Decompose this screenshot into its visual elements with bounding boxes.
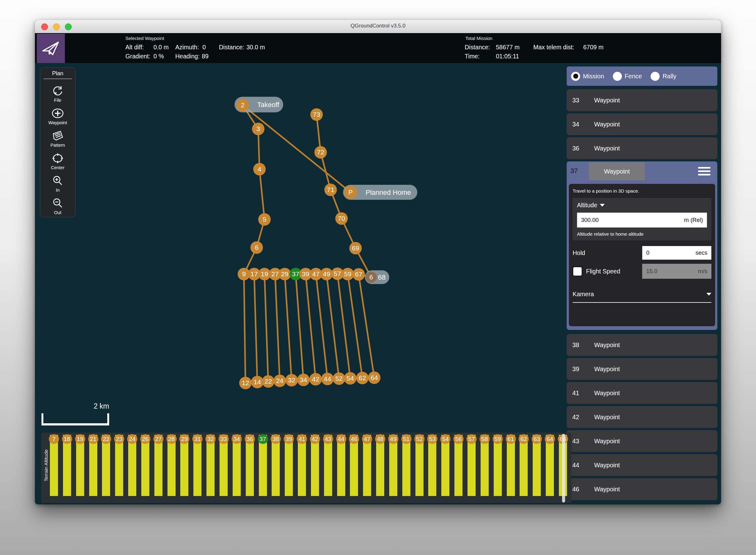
terrain-bar-label: 63 — [532, 434, 542, 444]
rally-radio-label: Rally — [662, 73, 676, 80]
mission-distance-value: 58677 m — [496, 44, 520, 51]
terrain-bar-19: 19 — [76, 435, 84, 496]
camera-section-dropdown[interactable]: Kamera — [573, 291, 711, 303]
fence-radio[interactable] — [613, 72, 622, 81]
waypoint-type-label: Waypoint — [594, 390, 620, 397]
terrain-bar-label: 27 — [153, 434, 163, 444]
titlebar: QGroundControl v3.5.0 — [35, 20, 721, 33]
plan-tool-waypoint[interactable]: Waypoint — [48, 107, 67, 125]
terrain-bar-53: 53 — [428, 435, 436, 496]
qgc-logo-button[interactable] — [37, 34, 65, 63]
map-canvas[interactable]: 2345673727170699171927293739474957596712… — [35, 63, 721, 504]
map-waypoint-label: 59 — [344, 270, 351, 278]
rally-radio[interactable] — [651, 72, 660, 81]
plan-tool-label: Out — [54, 210, 61, 215]
map-waypoint-label: 3 — [256, 125, 260, 132]
terrain-bar-21: 21 — [89, 435, 97, 496]
mission-radio[interactable] — [571, 72, 580, 81]
max-telem-value: 6709 m — [583, 44, 604, 51]
hold-input[interactable]: 0 secs — [642, 246, 711, 260]
waypoint-type-label: Waypoint — [594, 414, 620, 421]
plan-tool-file[interactable]: File — [48, 85, 67, 103]
waypoint-number: 38 — [567, 341, 594, 349]
map-waypoint-label: 32 — [288, 377, 295, 384]
terrain-bar-label: 41 — [297, 434, 307, 444]
altitude-frame-dropdown[interactable]: Altitude — [577, 202, 707, 209]
tab-rally[interactable]: Rally — [651, 72, 676, 81]
plan-tool-center[interactable]: Center — [48, 152, 67, 170]
terrain-bar-48: 48 — [376, 435, 384, 496]
gradient-value: 0 % — [153, 53, 164, 60]
tab-fence[interactable]: Fence — [613, 72, 642, 81]
mission-list-item-39[interactable]: 39Waypoint — [567, 358, 717, 380]
map-waypoint-label: 70 — [338, 215, 345, 222]
waypoint-editor-header[interactable]: 37 Waypoint — [567, 161, 717, 181]
terrain-bar-49: 49 — [389, 435, 397, 496]
tab-mission[interactable]: Mission — [571, 72, 604, 81]
plan-tool-label: File — [54, 98, 61, 103]
terrain-bar-label: 43 — [323, 434, 333, 444]
terrain-bar-label: 7 — [49, 434, 59, 444]
pattern-icon — [51, 130, 64, 142]
mission-list-item-34[interactable]: 34Waypoint — [567, 113, 717, 135]
map-waypoint-label: 34 — [300, 376, 307, 383]
terrain-bar-51: 51 — [402, 435, 411, 496]
map-waypoint-label: 54 — [346, 375, 354, 382]
mission-list-item-38[interactable]: 38Waypoint — [567, 334, 717, 356]
waypoint-number: 33 — [567, 97, 594, 104]
waypoint-type-button[interactable]: Waypoint — [589, 162, 645, 180]
cluster-pill-label: 68 — [378, 273, 385, 281]
mission-list-item-41[interactable]: 41Waypoint — [567, 382, 717, 404]
terrain-bar-42: 42 — [311, 435, 319, 496]
mission-list-item-33[interactable]: 33Waypoint — [567, 89, 717, 111]
mission-time-label: Time: — [465, 53, 480, 60]
planned-home-circle-label: P — [348, 188, 353, 196]
map-waypoint-label: 47 — [312, 270, 319, 278]
terrain-bar-23: 23 — [115, 435, 123, 496]
flight-speed-unit: m/s — [698, 268, 707, 275]
plan-title: Plan — [52, 70, 63, 77]
add-icon — [51, 107, 64, 120]
plan-tool-pattern[interactable]: Pattern — [48, 130, 67, 147]
map-waypoint-label: 52 — [335, 375, 342, 382]
terrain-bar-43: 43 — [324, 435, 332, 496]
alt-diff-value: 0.0 m — [153, 44, 169, 51]
alt-diff-label: Alt diff: — [125, 44, 144, 51]
flight-speed-input[interactable]: 15.0 m/s — [642, 264, 711, 279]
terrain-bar-62: 62 — [520, 435, 528, 496]
hamburger-menu-icon[interactable] — [698, 167, 710, 175]
mission-list-item-42[interactable]: 42Waypoint — [567, 406, 717, 428]
map-waypoint-label: 24 — [276, 377, 283, 384]
hold-label: Hold — [573, 249, 585, 257]
flight-speed-checkbox[interactable] — [573, 266, 582, 276]
terrain-bar-57: 57 — [468, 435, 476, 496]
mission-item-panel: Mission Fence Rally 33Waypoint34Waypoint… — [567, 67, 717, 502]
terrain-bar-label: 58 — [479, 434, 490, 444]
map-waypoint-label: 71 — [327, 186, 334, 193]
hold-value: 0 — [646, 249, 649, 256]
altitude-input[interactable]: 300.00 m (Rel) — [577, 213, 707, 227]
terrain-bar-34: 34 — [233, 435, 241, 496]
chevron-down-icon — [600, 204, 605, 207]
map-waypoint-label: 69 — [352, 245, 359, 252]
map-waypoint-label: 37 — [292, 270, 299, 278]
terrain-bar-29: 29 — [180, 435, 188, 496]
mission-list-item-46[interactable]: 46Waypoint — [567, 478, 717, 500]
mission-list-item-36[interactable]: 36Waypoint — [567, 137, 717, 159]
altitude-caption: Altitude relative to home altitude — [577, 231, 707, 237]
map-waypoint-label: 17 — [250, 270, 257, 278]
terrain-bar-64: 64 — [546, 435, 554, 496]
terrain-bar-label: 46 — [349, 434, 359, 444]
map-waypoint-label: 22 — [265, 378, 272, 385]
plan-tool-in[interactable]: In — [48, 174, 67, 193]
plan-tool-out[interactable]: Out — [48, 197, 67, 215]
terrain-bar-label: 38 — [271, 434, 281, 444]
terrain-axis-label: Terrain Altitude — [43, 440, 49, 490]
scrollbar[interactable] — [562, 434, 565, 503]
terrain-bar-59: 59 — [494, 435, 502, 496]
terrain-bar-label: 44 — [336, 434, 346, 444]
mission-list-item-44[interactable]: 44Waypoint — [567, 454, 717, 476]
mission-list-item-43[interactable]: 43Waypoint — [567, 430, 717, 452]
mission-distance-label: Distance: — [465, 44, 490, 51]
terrain-bar-label: 18 — [62, 434, 72, 444]
